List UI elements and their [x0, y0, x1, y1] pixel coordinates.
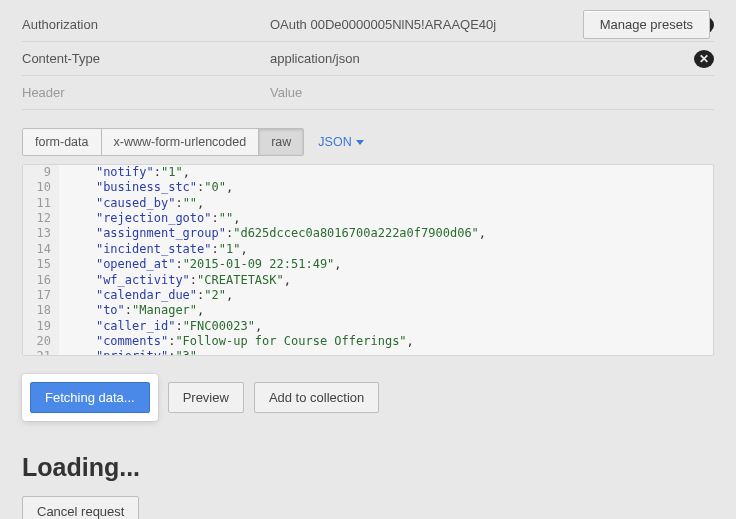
code-content: "comments":"Follow-up for Course Offerin… — [59, 334, 414, 349]
header-value-input[interactable] — [270, 85, 690, 100]
code-line: 13 "assignment_group":"d625dccec0a801670… — [23, 226, 713, 241]
cancel-request-button[interactable]: Cancel request — [22, 496, 139, 519]
code-content: "opened_at":"2015-01-09 22:51:49", — [59, 257, 342, 272]
code-content: "incident_state":"1", — [59, 242, 248, 257]
code-content: "to":"Manager", — [59, 303, 204, 318]
chevron-down-icon — [356, 140, 364, 145]
code-content: "business_stc":"0", — [59, 180, 233, 195]
close-icon[interactable]: ✕ — [694, 50, 714, 68]
header-key-input[interactable] — [22, 85, 270, 100]
code-line: 15 "opened_at":"2015-01-09 22:51:49", — [23, 257, 713, 272]
code-line: 20 "comments":"Follow-up for Course Offe… — [23, 334, 713, 349]
code-content: "priority":"3", — [59, 349, 204, 356]
body-type-form-data[interactable]: form-data — [23, 129, 102, 155]
add-to-collection-button[interactable]: Add to collection — [254, 382, 379, 413]
body-type-raw[interactable]: raw — [259, 129, 303, 155]
code-line: 12 "rejection_goto":"", — [23, 211, 713, 226]
preview-button[interactable]: Preview — [168, 382, 244, 413]
header-key-input[interactable] — [22, 51, 270, 66]
body-type-row: form-data x-www-form-urlencoded raw JSON — [22, 128, 714, 156]
send-button[interactable]: Fetching data... — [30, 382, 150, 413]
line-number: 12 — [23, 211, 59, 226]
code-content: "caller_id":"FNC00023", — [59, 319, 262, 334]
line-number: 17 — [23, 288, 59, 303]
code-line: 14 "incident_state":"1", — [23, 242, 713, 257]
code-line: 16 "wf_activity":"CREATETASK", — [23, 273, 713, 288]
line-number: 14 — [23, 242, 59, 257]
body-format-label: JSON — [318, 135, 351, 149]
code-content: "wf_activity":"CREATETASK", — [59, 273, 291, 288]
line-number: 10 — [23, 180, 59, 195]
code-line: 9 "notify":"1", — [23, 165, 713, 180]
code-line: 17 "calendar_due":"2", — [23, 288, 713, 303]
request-body-editor[interactable]: 9 "notify":"1",10 "business_stc":"0",11 … — [22, 164, 714, 356]
code-line: 11 "caused_by":"", — [23, 196, 713, 211]
line-number: 18 — [23, 303, 59, 318]
line-number: 15 — [23, 257, 59, 272]
line-number: 19 — [23, 319, 59, 334]
header-row: ✕ — [22, 42, 714, 76]
code-content: "calendar_due":"2", — [59, 288, 233, 303]
request-panel: Manage presets ✕ ✕ form-data x-www-form-… — [0, 0, 736, 433]
code-content: "notify":"1", — [59, 165, 190, 180]
code-line: 10 "business_stc":"0", — [23, 180, 713, 195]
code-content: "assignment_group":"d625dccec0a8016700a2… — [59, 226, 486, 241]
line-number: 11 — [23, 196, 59, 211]
header-value-input[interactable] — [270, 51, 688, 66]
line-number: 21 — [23, 349, 59, 356]
body-type-urlencoded[interactable]: x-www-form-urlencoded — [102, 129, 260, 155]
code-content: "caused_by":"", — [59, 196, 204, 211]
line-number: 13 — [23, 226, 59, 241]
line-number: 20 — [23, 334, 59, 349]
manage-presets-button[interactable]: Manage presets — [583, 10, 710, 39]
line-number: 16 — [23, 273, 59, 288]
code-line: 21 "priority":"3", — [23, 349, 713, 356]
body-format-dropdown[interactable]: JSON — [318, 135, 363, 149]
response-loading-section: Loading... Cancel request — [0, 433, 736, 519]
header-key-input[interactable] — [22, 17, 270, 32]
action-row: Fetching data... Preview Add to collecti… — [22, 374, 714, 421]
code-line: 18 "to":"Manager", — [23, 303, 713, 318]
header-row-new — [22, 76, 714, 110]
code-content: "rejection_goto":"", — [59, 211, 240, 226]
loading-title: Loading... — [22, 453, 714, 482]
line-number: 9 — [23, 165, 59, 180]
code-line: 19 "caller_id":"FNC00023", — [23, 319, 713, 334]
body-type-segmented: form-data x-www-form-urlencoded raw — [22, 128, 304, 156]
send-button-wrap: Fetching data... — [22, 374, 158, 421]
